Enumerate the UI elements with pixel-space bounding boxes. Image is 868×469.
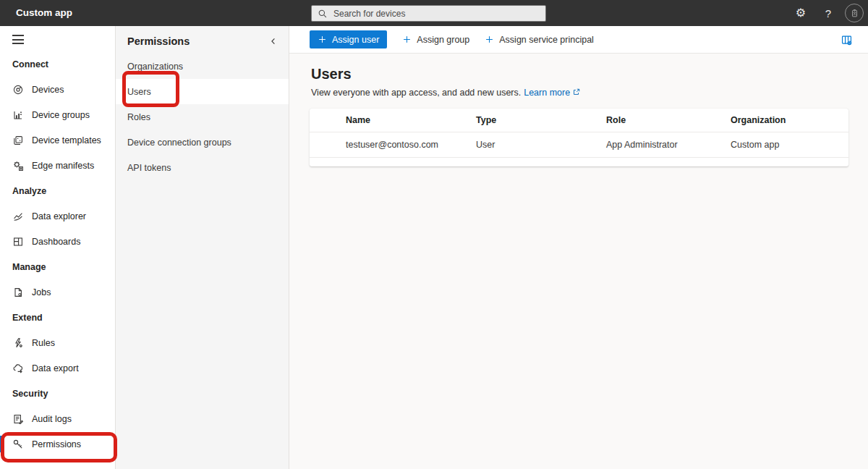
panel-collapse-button[interactable] bbox=[268, 36, 278, 46]
nav-section-extend: Extend bbox=[0, 305, 115, 330]
column-header-type: Type bbox=[476, 115, 606, 125]
column-header-name: Name bbox=[346, 115, 476, 125]
nav-item-devices[interactable]: Devices bbox=[0, 77, 115, 102]
assign-user-button[interactable]: Assign user bbox=[310, 30, 387, 48]
account-button[interactable] bbox=[845, 4, 864, 22]
nav-item-edge-manifests[interactable]: Edge manifests bbox=[0, 153, 115, 178]
device-templates-icon bbox=[12, 135, 24, 146]
account-badge-icon bbox=[849, 8, 860, 19]
search-icon bbox=[318, 9, 328, 19]
dashboards-icon bbox=[12, 236, 24, 248]
nav-item-data-export[interactable]: Data export bbox=[0, 355, 115, 381]
jobs-icon bbox=[12, 287, 24, 298]
table-footer bbox=[310, 158, 848, 166]
help-icon: ? bbox=[825, 7, 831, 20]
settings-button[interactable]: ⚙ bbox=[787, 0, 814, 26]
command-bar: Assign user Assign group Assign service … bbox=[289, 26, 868, 54]
cell-type: User bbox=[476, 140, 606, 150]
plus-icon bbox=[485, 35, 494, 44]
nav-section-security: Security bbox=[0, 381, 115, 406]
nav-item-permissions[interactable]: Permissions bbox=[0, 431, 115, 457]
nav-section-connect: Connect bbox=[0, 51, 115, 77]
nav-item-jobs[interactable]: Jobs bbox=[0, 279, 115, 305]
plus-icon bbox=[318, 35, 327, 44]
data-export-icon bbox=[12, 363, 24, 374]
cell-role: App Administrator bbox=[606, 140, 731, 150]
page-title: Users bbox=[311, 66, 868, 83]
table-row[interactable]: testuser@contoso.com User App Administra… bbox=[310, 132, 848, 158]
permissions-panel: Permissions Organizations Users Roles De… bbox=[116, 26, 289, 469]
users-table: Name Type Role Organization testuser@con… bbox=[310, 109, 848, 166]
rules-icon bbox=[12, 337, 24, 349]
column-options-icon bbox=[841, 34, 853, 46]
panel-item-device-connection-groups[interactable]: Device connection groups bbox=[116, 130, 289, 155]
audit-logs-icon bbox=[12, 413, 24, 425]
panel-header: Permissions bbox=[116, 26, 289, 54]
topbar: Custom app ⚙ ? bbox=[0, 0, 868, 26]
nav-item-device-templates[interactable]: Device templates bbox=[0, 127, 115, 153]
edge-manifests-icon bbox=[12, 160, 24, 172]
app-window: Custom app ⚙ ? bbox=[0, 0, 868, 469]
panel-item-api-tokens[interactable]: API tokens bbox=[116, 155, 289, 180]
nav-item-device-groups[interactable]: Device groups bbox=[0, 102, 115, 127]
nav-collapse-button[interactable] bbox=[0, 26, 115, 51]
nav-item-rules[interactable]: Rules bbox=[0, 330, 115, 355]
left-nav: Connect Devices Device groups bbox=[0, 26, 116, 469]
devices-icon bbox=[12, 84, 24, 96]
column-header-role: Role bbox=[606, 115, 731, 125]
nav-item-data-explorer[interactable]: Data explorer bbox=[0, 203, 115, 229]
nav-item-audit-logs[interactable]: Audit logs bbox=[0, 406, 115, 431]
help-button[interactable]: ? bbox=[814, 0, 842, 26]
external-link-icon bbox=[572, 88, 581, 96]
chevron-left-icon bbox=[268, 36, 278, 46]
table-header-row: Name Type Role Organization bbox=[310, 109, 848, 132]
device-groups-icon bbox=[12, 109, 24, 121]
panel-item-users[interactable]: Users bbox=[116, 79, 289, 104]
panel-item-organizations[interactable]: Organizations bbox=[116, 54, 289, 79]
cell-name: testuser@contoso.com bbox=[346, 140, 476, 150]
nav-section-manage: Manage bbox=[0, 254, 115, 279]
nav-item-dashboards[interactable]: Dashboards bbox=[0, 229, 115, 254]
assign-service-principal-button[interactable]: Assign service principal bbox=[485, 35, 594, 45]
column-header-organization: Organization bbox=[731, 115, 848, 125]
panel-item-roles[interactable]: Roles bbox=[116, 104, 289, 130]
nav-section-analyze: Analyze bbox=[0, 178, 115, 203]
main-content: Assign user Assign group Assign service … bbox=[289, 26, 868, 469]
hamburger-icon bbox=[12, 35, 24, 36]
search-input[interactable] bbox=[332, 8, 540, 20]
device-search[interactable] bbox=[311, 5, 546, 22]
assign-group-button[interactable]: Assign group bbox=[402, 35, 469, 45]
learn-more-link[interactable]: Learn more bbox=[524, 88, 581, 98]
gear-icon: ⚙ bbox=[796, 7, 806, 19]
panel-title: Permissions bbox=[127, 35, 268, 47]
data-explorer-icon bbox=[12, 211, 24, 222]
column-options-button[interactable] bbox=[841, 34, 853, 46]
topbar-actions: ⚙ ? bbox=[787, 0, 864, 26]
page-description: View everyone with app access, and add n… bbox=[311, 88, 868, 98]
cell-organization: Custom app bbox=[731, 140, 848, 150]
app-title: Custom app bbox=[16, 0, 72, 26]
permissions-icon bbox=[12, 439, 24, 450]
plus-icon bbox=[402, 35, 412, 44]
